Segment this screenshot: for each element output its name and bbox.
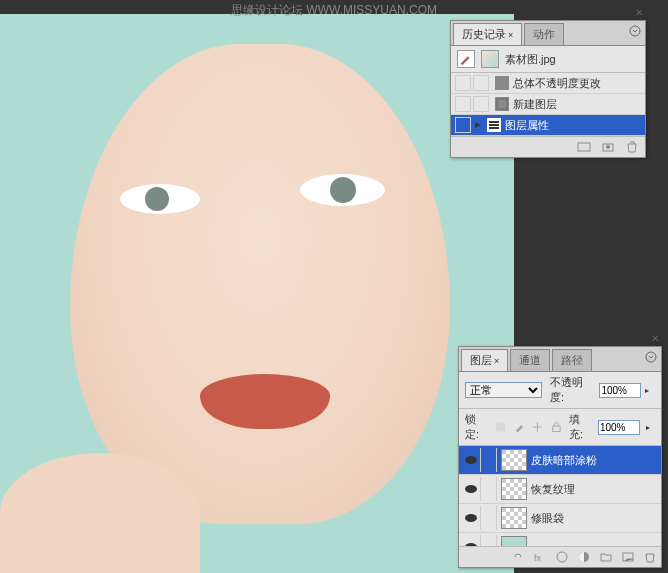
opacity-input[interactable] xyxy=(599,383,641,398)
history-footer xyxy=(451,136,645,157)
fill-label: 填充: xyxy=(569,412,592,442)
svg-rect-10 xyxy=(496,422,505,431)
layer-thumb-icon xyxy=(501,478,527,500)
svg-text:fx: fx xyxy=(534,553,542,563)
tab-paths[interactable]: 路径 xyxy=(552,349,592,371)
history-item[interactable]: 图层属性 xyxy=(451,115,645,136)
layer-item[interactable]: 恢复纹理 xyxy=(459,475,661,504)
tab-close-icon[interactable]: × xyxy=(508,30,513,40)
svg-point-13 xyxy=(557,552,567,562)
snapshot-icon[interactable] xyxy=(577,140,591,154)
layer-name: 恢复纹理 xyxy=(531,482,575,497)
watermark-text: 思缘设计论坛 WWW.MISSYUAN.COM xyxy=(231,2,437,19)
layer-thumb-icon xyxy=(501,507,527,529)
folder-icon[interactable] xyxy=(599,550,613,564)
history-item-label: 新建图层 xyxy=(513,97,557,112)
svg-rect-4 xyxy=(489,124,499,126)
visibility-toggle[interactable] xyxy=(461,477,481,501)
lock-brush-icon[interactable] xyxy=(513,420,526,434)
blend-opacity-row: 正常 不透明度: ▸ xyxy=(459,372,661,409)
svg-rect-2 xyxy=(497,99,507,109)
svg-rect-3 xyxy=(489,121,499,123)
blend-mode-select[interactable]: 正常 xyxy=(465,382,542,398)
svg-point-0 xyxy=(630,26,640,36)
layers-panel: ✕ 图层× 通道 路径 正常 不透明度: ▸ 锁定: 填充: ▸ 皮肤暗部涂粉 xyxy=(458,346,662,568)
layers-tabs: 图层× 通道 路径 xyxy=(459,347,661,372)
link-icon[interactable] xyxy=(511,550,525,564)
portrait-image xyxy=(0,14,514,573)
current-marker-icon xyxy=(473,120,483,130)
new-snapshot-icon[interactable] xyxy=(601,140,615,154)
fx-icon[interactable]: fx xyxy=(533,550,547,564)
history-document-row[interactable]: 素材图.jpg xyxy=(451,46,645,73)
layer-name: 皮肤暗部涂粉 xyxy=(531,453,597,468)
svg-rect-11 xyxy=(553,426,560,431)
eye-icon xyxy=(465,485,477,493)
canvas[interactable] xyxy=(0,14,514,573)
lock-move-icon[interactable] xyxy=(531,420,544,434)
svg-rect-6 xyxy=(578,143,590,151)
brush-thumb-icon xyxy=(457,50,475,68)
link-col[interactable] xyxy=(481,448,497,472)
svg-rect-1 xyxy=(497,78,507,88)
lock-fill-row: 锁定: 填充: ▸ xyxy=(459,409,661,446)
tab-channels[interactable]: 通道 xyxy=(510,349,550,371)
trash-icon[interactable] xyxy=(643,550,657,564)
history-item[interactable]: 新建图层 xyxy=(451,94,645,115)
history-item[interactable]: 总体不透明度更改 xyxy=(451,73,645,94)
fill-arrow-icon[interactable]: ▸ xyxy=(646,423,655,432)
link-col[interactable] xyxy=(481,477,497,501)
trash-icon[interactable] xyxy=(625,140,639,154)
document-thumb-icon xyxy=(481,50,499,68)
lock-all-icon[interactable] xyxy=(550,420,563,434)
eye-icon xyxy=(465,514,477,522)
panel-close-icon[interactable]: ✕ xyxy=(651,333,659,344)
layer-item[interactable]: 修眼袋 xyxy=(459,504,661,533)
visibility-toggle[interactable] xyxy=(461,448,481,472)
panel-menu-icon[interactable] xyxy=(645,351,657,363)
visibility-toggle[interactable] xyxy=(461,506,481,530)
document-name: 素材图.jpg xyxy=(505,52,556,67)
history-tabs: 历史记录× 动作 xyxy=(451,21,645,46)
svg-rect-5 xyxy=(489,127,499,129)
eye-icon xyxy=(465,456,477,464)
adjustment-icon[interactable] xyxy=(577,550,591,564)
lock-transparency-icon[interactable] xyxy=(494,420,507,434)
layer-list: 皮肤暗部涂粉 恢复纹理 修眼袋 xyxy=(459,446,661,562)
tab-layers[interactable]: 图层× xyxy=(461,349,508,371)
tab-close-icon[interactable]: × xyxy=(494,356,499,366)
layer-thumb-icon xyxy=(501,449,527,471)
lock-label: 锁定: xyxy=(465,412,488,442)
tab-history[interactable]: 历史记录× xyxy=(453,23,522,45)
tab-actions[interactable]: 动作 xyxy=(524,23,564,45)
opacity-arrow-icon[interactable]: ▸ xyxy=(645,386,655,395)
mask-icon[interactable] xyxy=(555,550,569,564)
history-list: 总体不透明度更改 新建图层 图层属性 xyxy=(451,73,645,136)
layer-props-icon xyxy=(487,118,501,132)
layer-item[interactable]: 皮肤暗部涂粉 xyxy=(459,446,661,475)
svg-point-9 xyxy=(646,352,656,362)
fill-input[interactable] xyxy=(598,420,640,435)
history-item-label: 总体不透明度更改 xyxy=(513,76,601,91)
layer-name: 修眼袋 xyxy=(531,511,564,526)
history-item-label: 图层属性 xyxy=(505,118,549,133)
opacity-label: 不透明度: xyxy=(550,375,595,405)
layers-footer: fx xyxy=(459,546,661,567)
link-col[interactable] xyxy=(481,506,497,530)
svg-point-8 xyxy=(606,145,610,149)
panel-menu-icon[interactable] xyxy=(629,25,641,37)
opacity-icon xyxy=(495,76,509,90)
new-layer-icon xyxy=(495,97,509,111)
panel-close-icon[interactable]: ✕ xyxy=(635,7,643,18)
new-layer-icon[interactable] xyxy=(621,550,635,564)
history-panel: ✕ 历史记录× 动作 素材图.jpg 总体不透明度更改 新建图层 图层属性 xyxy=(450,20,646,158)
